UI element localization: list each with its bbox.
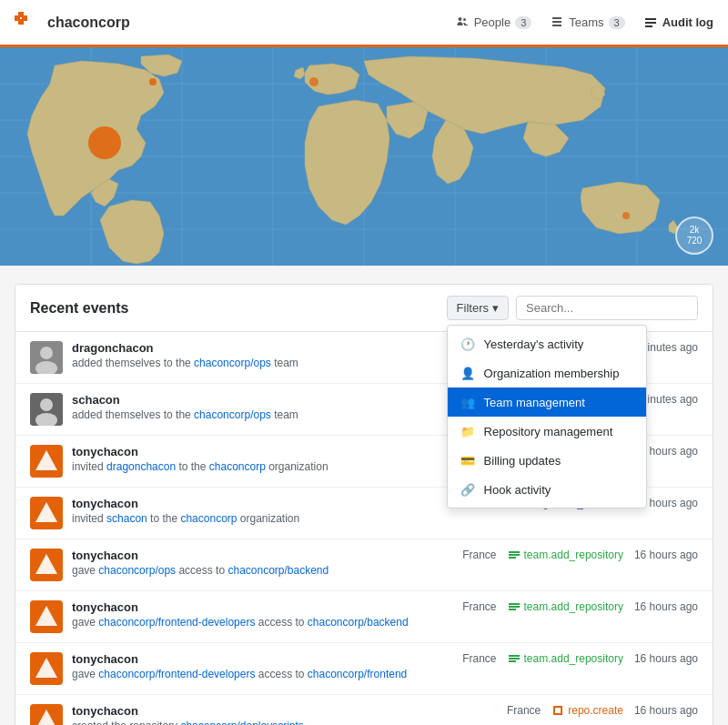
clock-icon: 🕐 <box>460 337 475 351</box>
dropdown-item-team-management[interactable]: 👥 Team management <box>448 388 646 417</box>
event-actor: tonychacon <box>72 704 138 718</box>
events-title: Recent events <box>30 300 129 317</box>
repo-icon <box>551 704 564 717</box>
event-meta: France team.add_repository 16 hours ago <box>462 549 698 561</box>
action-badge: team.add_repository <box>508 652 623 665</box>
org-name: chaconcorp <box>47 15 130 31</box>
action-badge: repo.create <box>551 704 623 717</box>
event-link[interactable]: chaconcorp/deployscripts <box>180 720 303 725</box>
svg-point-19 <box>309 77 318 86</box>
logo-icon <box>15 10 40 35</box>
events-header: Recent events Filters ▾ 🕐 Yesterday's ac… <box>15 285 713 332</box>
avatar <box>30 704 63 725</box>
svg-point-18 <box>149 78 157 86</box>
svg-rect-37 <box>509 557 516 559</box>
event-desc: gave chaconcorp/frontend-developers acce… <box>72 668 453 680</box>
svg-rect-40 <box>509 603 520 605</box>
map-svg <box>0 47 728 266</box>
event-body: tonychacon invited schacon to the chacon… <box>72 497 462 525</box>
dropdown-item-org-membership[interactable]: 👤 Organization membership <box>448 358 646 388</box>
event-link[interactable]: chaconcorp/frontend <box>308 668 407 680</box>
svg-rect-42 <box>509 609 516 610</box>
svg-rect-45 <box>509 655 520 657</box>
nav-teams[interactable]: Teams 3 <box>550 15 624 30</box>
event-meta: France repo.create 16 hours ago <box>507 704 698 717</box>
event-location: France <box>507 704 541 717</box>
event-body: tonychacon gave chaconcorp/frontend-deve… <box>72 652 453 680</box>
nav-audit-log[interactable]: Audit log <box>643 15 713 30</box>
avatar-icon <box>30 652 63 685</box>
table-row: tonychacon gave chaconcorp/ops access to… <box>15 539 713 591</box>
event-actor: tonychacon <box>72 445 138 458</box>
event-body: tonychacon created the repository chacon… <box>72 704 498 725</box>
event-location: France <box>462 652 496 665</box>
avatar-icon <box>30 549 63 581</box>
dropdown-item-yesterday[interactable]: 🕐 Yesterday's activity <box>448 329 646 358</box>
event-link[interactable]: chaconcorp/backend <box>228 564 329 577</box>
event-meta: France team.add_repository 16 hours ago <box>462 600 698 613</box>
avatar-icon <box>30 497 63 529</box>
event-link[interactable]: schacon <box>106 512 147 525</box>
svg-rect-3 <box>18 19 24 25</box>
filters-button[interactable]: Filters ▾ <box>447 296 509 320</box>
repo-icon: 📁 <box>460 424 475 438</box>
event-link[interactable]: chaconcorp/ops <box>194 357 271 369</box>
event-link[interactable]: chaconcorp/backend <box>308 616 409 629</box>
event-location: France <box>462 600 496 613</box>
avatar-icon <box>30 445 63 478</box>
event-location: France <box>462 549 496 561</box>
event-desc: invited dragonchacon to the chaconcorp o… <box>72 460 508 473</box>
svg-point-25 <box>40 398 53 411</box>
event-actor: tonychacon <box>72 600 138 614</box>
dropdown-item-billing[interactable]: 💳 Billing updates <box>448 446 646 475</box>
main-content: Recent events Filters ▾ 🕐 Yesterday's ac… <box>0 266 728 725</box>
event-link[interactable]: chaconcorp/ops <box>194 408 271 421</box>
teams-icon <box>550 15 564 30</box>
event-time: 16 hours ago <box>634 704 698 717</box>
teams-label: Teams <box>569 15 603 29</box>
event-link[interactable]: chaconcorp/ops <box>98 564 176 577</box>
event-time: 16 hours ago <box>634 600 698 613</box>
nav-people[interactable]: People 3 <box>455 15 532 30</box>
event-link[interactable]: chaconcorp/frontend-developers <box>98 616 255 629</box>
people-icon <box>455 15 470 30</box>
avatar-icon <box>30 393 63 426</box>
event-link[interactable]: dragonchacon <box>106 460 176 473</box>
event-actor: dragonchacon <box>72 341 154 355</box>
events-controls: Filters ▾ 🕐 Yesterday's activity 👤 Organ… <box>447 296 698 320</box>
svg-point-17 <box>88 126 121 159</box>
events-panel: Recent events Filters ▾ 🕐 Yesterday's ac… <box>15 284 713 725</box>
avatar-icon <box>30 704 63 725</box>
table-row: tonychacon gave chaconcorp/frontend-deve… <box>15 591 713 643</box>
svg-point-22 <box>40 347 53 359</box>
event-actor: schacon <box>72 393 120 407</box>
event-link[interactable]: chaconcorp <box>209 460 266 473</box>
team-icon: 👥 <box>460 395 475 409</box>
dropdown-item-repo-management[interactable]: 📁 Repository management <box>448 417 646 446</box>
avatar-icon <box>30 600 63 633</box>
header-nav: People 3 Teams 3 Audit log <box>455 15 713 30</box>
avatar-icon <box>30 341 63 374</box>
chevron-down-icon: ▾ <box>492 301 499 315</box>
event-link[interactable]: chaconcorp/frontend-developers <box>98 668 255 680</box>
avatar <box>30 652 63 685</box>
event-time: 16 hours ago <box>634 549 698 561</box>
org-logo[interactable]: chaconcorp <box>15 10 130 35</box>
event-link[interactable]: chaconcorp <box>180 512 237 525</box>
search-input[interactable] <box>516 296 698 320</box>
avatar <box>30 497 63 529</box>
world-map: 2k 720 <box>0 47 728 266</box>
audit-log-icon <box>643 15 658 30</box>
action-badge: team.add_repository <box>508 600 623 613</box>
dropdown-label-yesterday: Yesterday's activity <box>484 337 584 351</box>
filters-dropdown: 🕐 Yesterday's activity 👤 Organization me… <box>447 325 647 509</box>
dropdown-item-hook[interactable]: 🔗 Hook activity <box>448 475 646 504</box>
audit-log-label: Audit log <box>662 15 713 29</box>
event-body: tonychacon invited dragonchacon to the c… <box>72 445 508 473</box>
svg-rect-41 <box>509 606 520 608</box>
header: chaconcorp People 3 Teams 3 Audit log <box>0 0 728 47</box>
event-actor: tonychacon <box>72 497 138 510</box>
svg-rect-47 <box>509 660 516 662</box>
counter-sub: 720 <box>687 236 703 247</box>
avatar <box>30 341 63 374</box>
